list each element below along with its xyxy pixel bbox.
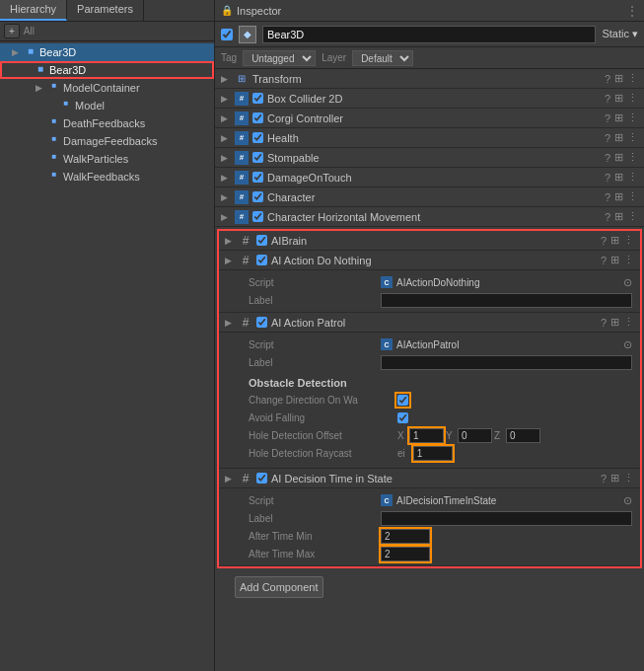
- settings-icon[interactable]: ⊞: [614, 72, 623, 85]
- comp-checkbox-adt[interactable]: [256, 473, 267, 484]
- script-file-icon-aap: C: [381, 338, 393, 350]
- more-icon-damage[interactable]: ⋮: [627, 171, 638, 184]
- settings-icon-bc[interactable]: ⊞: [614, 92, 623, 105]
- offset-y-input[interactable]: [458, 428, 492, 443]
- target-icon-adn[interactable]: ⊙: [623, 276, 632, 289]
- target-icon-adt[interactable]: ⊙: [623, 494, 632, 507]
- target-icon-aap[interactable]: ⊙: [623, 338, 632, 351]
- comp-actions-adt: ? ⊞ ⋮: [601, 472, 634, 485]
- comp-checkbox-chm[interactable]: [252, 211, 263, 222]
- help-icon-chm[interactable]: ?: [605, 211, 610, 223]
- settings-icon-adn[interactable]: ⊞: [610, 254, 619, 266]
- object-name-input[interactable]: [262, 26, 596, 43]
- more-icon-chm[interactable]: ⋮: [627, 210, 638, 223]
- settings-icon-health[interactable]: ⊞: [614, 131, 623, 144]
- label-input-adn[interactable]: [381, 293, 632, 308]
- help-icon[interactable]: ?: [605, 73, 610, 85]
- tree-item-bear3d-child[interactable]: ■ Bear3D: [0, 61, 214, 79]
- more-icon-corgi[interactable]: ⋮: [627, 112, 638, 124]
- offset-z-input[interactable]: [506, 428, 540, 443]
- label-input-adt[interactable]: [381, 511, 632, 526]
- tree-item-bear3d-root[interactable]: ▶ ■ Bear3D: [0, 43, 214, 61]
- cube-icon: ■: [24, 45, 37, 59]
- script-icon-bc: #: [235, 92, 249, 106]
- more-icon-aibrain[interactable]: ⋮: [623, 234, 634, 247]
- comp-row-boxcollider[interactable]: ▶ # Box Collider 2D ? ⊞ ⋮: [215, 89, 644, 109]
- settings-icon-aap[interactable]: ⊞: [610, 316, 619, 329]
- more-icon-bc[interactable]: ⋮: [627, 92, 638, 105]
- settings-icon-corgi[interactable]: ⊞: [614, 112, 623, 124]
- comp-row-damage[interactable]: ▶ # DamageOnTouch ? ⊞ ⋮: [215, 168, 644, 187]
- avoid-falling-checkbox[interactable]: [397, 412, 408, 423]
- more-icon-stomp[interactable]: ⋮: [627, 151, 638, 164]
- offset-x-input[interactable]: [409, 428, 444, 443]
- more-icon-health[interactable]: ⋮: [627, 131, 638, 144]
- tree-item-modelcontainer[interactable]: ▶ ■ ModelContainer: [0, 79, 214, 97]
- more-icon-adn[interactable]: ⋮: [623, 254, 634, 266]
- help-icon-stomp[interactable]: ?: [605, 152, 610, 164]
- more-icon[interactable]: ⋮: [626, 4, 638, 18]
- more-icon-adt[interactable]: ⋮: [623, 472, 634, 485]
- comp-checkbox-damage[interactable]: [252, 172, 263, 183]
- comp-row-stompable[interactable]: ▶ # Stompable ? ⊞ ⋮: [215, 148, 644, 168]
- comp-checkbox-bc[interactable]: [252, 93, 263, 104]
- more-icon[interactable]: ⋮: [627, 72, 638, 85]
- comp-row-character[interactable]: ▶ # Character ? ⊞ ⋮: [215, 187, 644, 207]
- tab-parameters[interactable]: Parameters: [67, 0, 144, 21]
- help-icon-aap[interactable]: ?: [601, 317, 607, 329]
- settings-icon-stomp[interactable]: ⊞: [614, 151, 623, 164]
- tree-item-model[interactable]: ▶ ■ Model: [0, 97, 214, 114]
- hash-icon-aibrain: #: [239, 234, 252, 248]
- comp-checkbox-corgi[interactable]: [252, 112, 263, 123]
- label-input-aap[interactable]: [381, 355, 632, 370]
- help-icon-damage[interactable]: ?: [605, 172, 610, 184]
- object-active-checkbox[interactable]: [221, 29, 233, 40]
- help-icon-corgi[interactable]: ?: [605, 112, 610, 124]
- tree-item-walk-feedbacks[interactable]: ▶ ■ WalkFeedbacks: [0, 168, 214, 186]
- ai-action-do-nothing-header[interactable]: ▶ # AI Action Do Nothing ? ⊞ ⋮: [219, 251, 640, 270]
- help-icon-adt[interactable]: ?: [601, 473, 607, 485]
- comp-actions-chm: ? ⊞ ⋮: [605, 210, 638, 223]
- raycast-input[interactable]: [413, 446, 453, 461]
- tab-hierarchy[interactable]: Hierarchy: [0, 0, 67, 21]
- help-icon-health[interactable]: ?: [605, 132, 610, 144]
- comp-checkbox-aap[interactable]: [256, 317, 267, 328]
- comp-row-transform[interactable]: ▶ ⊞ Transform ? ⊞ ⋮: [215, 69, 644, 89]
- ei-prefix: ei: [397, 448, 405, 459]
- settings-icon-adt[interactable]: ⊞: [610, 472, 619, 485]
- help-icon-bc[interactable]: ?: [605, 93, 610, 105]
- settings-icon-damage[interactable]: ⊞: [614, 171, 623, 184]
- ai-decision-time-header[interactable]: ▶ # AI Decision Time in State ? ⊞ ⋮: [219, 469, 640, 488]
- lock-icon[interactable]: 🔒: [221, 5, 233, 16]
- after-time-max-input[interactable]: [381, 547, 430, 561]
- layer-dropdown[interactable]: Default: [352, 50, 413, 66]
- tree-item-death[interactable]: ▶ ■ DeathFeedbacks: [0, 114, 214, 132]
- comp-row-chm[interactable]: ▶ # Character Horizontal Movement ? ⊞ ⋮: [215, 207, 644, 227]
- more-icon-aap[interactable]: ⋮: [623, 316, 634, 329]
- comp-row-aibrain[interactable]: ▶ # AIBrain ? ⊞ ⋮: [219, 231, 640, 251]
- comp-checkbox-stomp[interactable]: [252, 152, 263, 163]
- comp-checkbox-aibrain[interactable]: [256, 235, 267, 246]
- add-component-button[interactable]: Add Component: [235, 576, 323, 598]
- comp-row-health[interactable]: ▶ # Health ? ⊞ ⋮: [215, 128, 644, 148]
- ai-action-patrol-header[interactable]: ▶ # AI Action Patrol ? ⊞ ⋮: [219, 313, 640, 333]
- comp-checkbox-adn[interactable]: [256, 255, 267, 265]
- comp-checkbox-health[interactable]: [252, 132, 263, 143]
- comp-checkbox-char[interactable]: [252, 191, 263, 202]
- tree-item-damage[interactable]: ▶ ■ DamageFeedbacks: [0, 132, 214, 150]
- comp-row-corgi[interactable]: ▶ # Corgi Controller ? ⊞ ⋮: [215, 109, 644, 128]
- add-button[interactable]: +: [4, 24, 20, 38]
- help-icon-adn[interactable]: ?: [601, 255, 607, 266]
- all-toggle[interactable]: All: [24, 26, 35, 37]
- change-direction-checkbox[interactable]: [397, 395, 408, 406]
- settings-icon-char[interactable]: ⊞: [614, 190, 623, 203]
- tag-dropdown[interactable]: Untagged: [243, 50, 316, 66]
- after-time-min-input[interactable]: [381, 529, 430, 544]
- settings-icon-aibrain[interactable]: ⊞: [610, 234, 619, 247]
- help-icon-aibrain[interactable]: ?: [601, 235, 607, 247]
- settings-icon-chm[interactable]: ⊞: [614, 210, 623, 223]
- change-direction-label: Change Direction On Wa: [249, 395, 392, 406]
- help-icon-char[interactable]: ?: [605, 191, 610, 203]
- more-icon-char[interactable]: ⋮: [627, 190, 638, 203]
- tree-item-walk-particles[interactable]: ▶ ■ WalkParticles: [0, 150, 214, 168]
